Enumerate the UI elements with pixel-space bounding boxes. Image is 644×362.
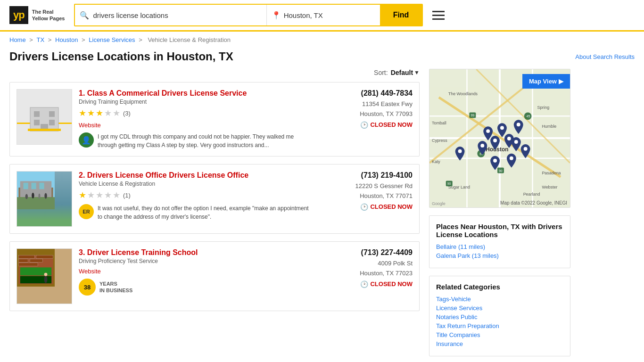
card-stars-1: ★ ★ ★ ★ ★ (3) — [79, 108, 312, 118]
website-link-1[interactable]: Website — [79, 122, 101, 129]
search-bar: 🔍 📍 Find — [74, 4, 423, 26]
breadcrumb: Home > TX > Houston > License Services >… — [0, 32, 644, 48]
svg-text:Pearland: Pearland — [523, 192, 540, 197]
review-count-2[interactable]: (1) — [123, 192, 131, 199]
star-1-2: ★ — [87, 108, 95, 118]
review-count-1[interactable]: (3) — [123, 110, 131, 117]
card-right-1: (281) 449-7834 11354 Eastex Fwy Houston,… — [318, 89, 413, 149]
related-cat-tax-return[interactable]: Tax Return Preparation — [436, 322, 563, 329]
related-cat-insurance[interactable]: Insurance — [436, 340, 563, 347]
svg-rect-10 — [24, 183, 28, 189]
photo-svg-3 — [17, 249, 55, 287]
breadcrumb-current: Vehicle License & Registration — [148, 36, 231, 43]
card-website-3: Website — [79, 267, 312, 275]
map-container: The Woodlands Tomball Spring Cypress Hum… — [429, 69, 570, 208]
svg-point-68 — [510, 156, 513, 160]
sort-value[interactable]: Default — [391, 69, 413, 76]
hamburger-menu[interactable] — [432, 11, 445, 20]
card-name-3[interactable]: 3. Driver License Training School — [79, 248, 312, 257]
card-name-2[interactable]: 2. Drivers License Office Drivers Licens… — [79, 171, 312, 180]
svg-point-65 — [458, 149, 462, 153]
related-cat-license-services[interactable]: License Services — [436, 304, 563, 312]
logo[interactable]: yp The Real Yellow Pages — [9, 6, 65, 24]
svg-rect-6 — [28, 129, 61, 131]
star-2-1: ★ — [79, 190, 86, 200]
results-column: Sort: Default ▼ 1. Class A Commerical Dr… — [9, 69, 420, 356]
svg-rect-22 — [18, 259, 28, 263]
closed-text-1: CLOSED NOW — [370, 121, 413, 128]
photo-svg-2 — [17, 172, 55, 209]
svg-rect-3 — [34, 120, 40, 125]
main-layout: Sort: Default ▼ 1. Class A Commerical Dr… — [0, 69, 644, 356]
svg-point-15 — [32, 193, 34, 198]
map-view-label: Map View — [529, 78, 557, 85]
card-address-1: 11354 Eastex Fwy Houston, TX 77093 — [318, 99, 413, 119]
card-phone-3[interactable]: (713) 227-4409 — [318, 248, 413, 257]
places-near-bellaire[interactable]: Bellaire (11 miles) — [436, 243, 563, 250]
website-link-3[interactable]: Website — [79, 268, 101, 275]
card-body-3: 3. Driver License Training School Drivin… — [79, 248, 312, 304]
about-search-results-link[interactable]: About Search Results — [575, 53, 635, 60]
star-1-3: ★ — [96, 108, 103, 118]
svg-point-66 — [514, 140, 518, 144]
svg-rect-24 — [18, 263, 38, 266]
logo-abbr: yp — [9, 6, 28, 24]
search-input[interactable] — [93, 11, 261, 19]
breadcrumb-home[interactable]: Home — [9, 36, 26, 43]
header: yp The Real Yellow Pages 🔍 📍 Find — [0, 0, 644, 32]
logo-text: The Real Yellow Pages — [32, 8, 65, 22]
years-circle-3: 38 — [79, 279, 96, 296]
card-category-1: Driving Training Equipment — [79, 99, 312, 105]
svg-rect-20 — [18, 255, 34, 259]
review-text-1: I got my CDL through this company and co… — [98, 132, 312, 149]
svg-text:Webster: Webster — [542, 185, 557, 189]
breadcrumb-license-services[interactable]: License Services — [89, 36, 135, 43]
map-view-button[interactable]: Map View ▶ — [522, 74, 570, 89]
sort-label: Sort: — [374, 69, 388, 76]
related-cat-notaries-public[interactable]: Notaries Public — [436, 313, 563, 321]
svg-point-61 — [517, 123, 520, 126]
svg-rect-23 — [30, 259, 42, 263]
clock-icon-1: 🕑 — [360, 121, 368, 129]
building-icon-1 — [25, 98, 63, 136]
sidebar-column: The Woodlands Tomball Spring Cypress Hum… — [429, 69, 570, 356]
star-1-1: ★ — [79, 108, 86, 118]
svg-text:45: 45 — [527, 115, 530, 118]
card-review-2: ER It was not useful, they do not offer … — [79, 204, 312, 221]
svg-rect-11 — [32, 183, 36, 189]
closed-badge-2: 🕑 CLOSED NOW — [318, 203, 413, 211]
page-title-row: Drivers License Locations in Houston, TX… — [0, 48, 644, 69]
closed-text-3: CLOSED NOW — [370, 280, 413, 288]
svg-text:Tomball: Tomball — [432, 121, 446, 125]
svg-rect-13 — [17, 197, 55, 209]
card-name-1[interactable]: 1. Class A Commerical Drivers License Se… — [79, 89, 312, 98]
svg-point-67 — [524, 147, 528, 151]
hamburger-line3 — [432, 18, 445, 20]
breadcrumb-tx[interactable]: TX — [37, 36, 45, 43]
places-near-galena-park[interactable]: Galena Park (13 miles) — [436, 252, 563, 259]
related-categories-box: Related Categories Tags-Vehicle License … — [429, 276, 570, 356]
svg-text:99: 99 — [471, 114, 474, 117]
years-badge-3: 38 YEARS IN BUSINESS — [79, 279, 312, 296]
result-card-1: 1. Class A Commerical Drivers License Se… — [9, 82, 420, 156]
svg-rect-21 — [36, 255, 53, 259]
location-input[interactable] — [284, 11, 375, 19]
card-thumbnail-3 — [17, 248, 72, 304]
related-cat-tags-vehicle[interactable]: Tags-Vehicle — [436, 296, 563, 303]
svg-point-16 — [38, 194, 40, 199]
card-review-1: 👤 I got my CDL through this company and … — [79, 132, 312, 149]
card-phone-1[interactable]: (281) 449-7834 — [318, 89, 413, 98]
card-body-1: 1. Class A Commerical Drivers License Se… — [79, 89, 312, 149]
svg-text:Katy: Katy — [432, 159, 440, 164]
find-button[interactable]: Find — [380, 5, 422, 25]
places-near-box: Places Near Houston, TX with Drivers Lic… — [429, 215, 570, 268]
page-title: Drivers License Locations in Houston, TX — [9, 50, 233, 63]
svg-text:Spring: Spring — [537, 105, 549, 110]
breadcrumb-houston[interactable]: Houston — [55, 36, 78, 43]
related-cat-title-companies[interactable]: Title Companies — [436, 331, 563, 338]
card-phone-2[interactable]: (713) 219-4100 — [318, 171, 413, 180]
closed-badge-3: 🕑 CLOSED NOW — [318, 280, 413, 288]
search-icon: 🔍 — [80, 11, 89, 20]
svg-point-62 — [507, 137, 511, 140]
sort-arrow-icon[interactable]: ▼ — [414, 69, 420, 76]
